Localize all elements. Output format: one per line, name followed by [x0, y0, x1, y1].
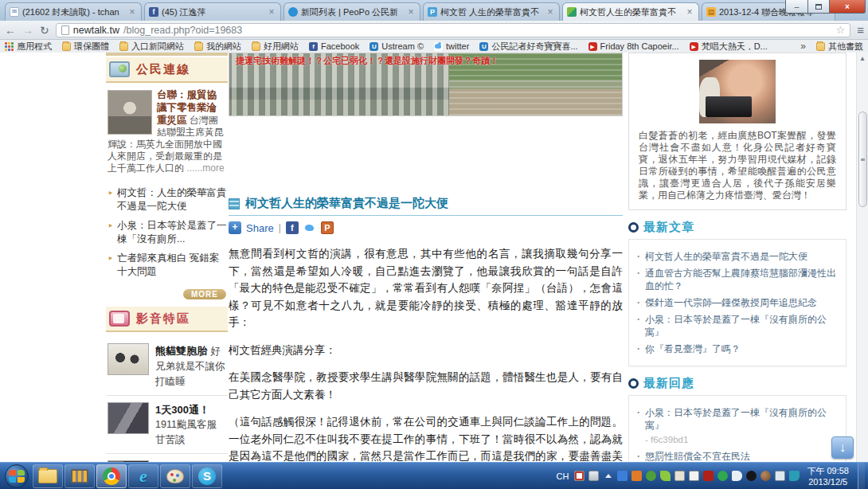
- tray-icon-green-circle[interactable]: [717, 471, 728, 481]
- tab-close-icon[interactable]: ×: [127, 7, 137, 17]
- article-link[interactable]: 小泉：日本等於是蓋了一棟『沒有廁所的公寓』: [637, 313, 838, 338]
- bookmark-folder-news[interactable]: 入口新聞網站: [119, 41, 184, 53]
- tray-icon-dark-round[interactable]: [746, 471, 757, 481]
- scrollbar-up-arrow[interactable]: ▲: [857, 53, 868, 65]
- video-item[interactable]: 老照片說故事 台中火力發電廠 世界電力界第一: [106, 453, 228, 462]
- start-button[interactable]: [5, 464, 29, 488]
- article-link[interactable]: 你『看見臺灣』了嗎？: [637, 342, 838, 355]
- article-link[interactable]: 柯文哲人生的榮華富貴不過是一陀大便: [637, 250, 838, 263]
- tray-icon-notepad[interactable]: [674, 471, 685, 481]
- tab-close-icon[interactable]: ×: [685, 7, 694, 17]
- tab-facebook[interactable]: f (45) 江逸萍 ×: [144, 2, 281, 21]
- scrollbar-thumb[interactable]: [858, 111, 867, 207]
- tray-icon-show-hidden[interactable]: [603, 471, 613, 481]
- video-title[interactable]: 1天300通！: [155, 404, 209, 416]
- bookmark-apps[interactable]: 應用程式: [5, 41, 52, 53]
- bookmark-label: 好用網站: [264, 41, 299, 53]
- headline-link[interactable]: 小泉：日本等於是蓋了一棟「沒有廁所...: [108, 219, 228, 246]
- video-thumbnail[interactable]: [108, 402, 149, 434]
- bookmark-label: Ustream ©: [381, 41, 424, 51]
- reply-link[interactable]: 小泉：日本等於是蓋了一棟『沒有廁所的公寓』- f6c39bd1: [637, 406, 838, 446]
- more-link[interactable]: ......more: [186, 162, 224, 174]
- dot-marker-icon: [637, 313, 640, 326]
- tray-icon-ime[interactable]: [574, 471, 585, 481]
- latest-replies-box: 小泉：日本等於是蓋了一棟『沒有廁所的公寓』- f6c39bd1 懲罰性賠償金不宜…: [628, 395, 846, 462]
- article-link[interactable]: 傑針道一代宗師—鍾傑教授周年追思紀念: [637, 296, 838, 309]
- tray-icon-green-leaf[interactable]: [660, 471, 671, 481]
- tray-icon-blue-app[interactable]: [617, 471, 628, 481]
- video-title[interactable]: 熊貓雙胞胎: [155, 345, 207, 357]
- video-thumbnail[interactable]: [108, 343, 149, 375]
- share-twitter-icon[interactable]: [303, 221, 316, 234]
- close-button[interactable]: ×: [830, 0, 866, 14]
- bookmarks-overflow-chevron[interactable]: »: [800, 41, 806, 52]
- movie-maker-icon: [71, 469, 88, 483]
- tray-icon-orange-app[interactable]: [631, 471, 642, 481]
- share-facebook-icon[interactable]: f: [286, 221, 299, 234]
- tray-icon-network[interactable]: [775, 471, 785, 481]
- share-plurk-icon[interactable]: P: [321, 221, 334, 234]
- article-link[interactable]: 通血管古方能否幫上農陣蔡培慧腦部瀰漫性出血的忙？: [637, 267, 838, 292]
- bookmark-capoeira[interactable]: ▶ Friday 8th Capoeir...: [588, 41, 679, 51]
- headline-link[interactable]: 柯文哲：人生的榮華富貴不過是一陀大便: [108, 186, 228, 213]
- taskbar-paint-button[interactable]: [160, 464, 190, 488]
- restore-button[interactable]: [808, 0, 830, 14]
- video-item[interactable]: 熊貓雙胞胎 好兄弟就是不讓你打瞌睡: [106, 337, 228, 395]
- addthis-plus-icon[interactable]: +: [229, 221, 241, 234]
- share-button[interactable]: Share: [246, 222, 274, 234]
- tray-icon-speaker[interactable]: [732, 471, 742, 481]
- taskbar-ie-button[interactable]: e: [128, 464, 158, 488]
- title-divider: [229, 215, 623, 216]
- youtube-icon: ▶: [690, 42, 698, 51]
- video-item[interactable]: 1天300通！ 1911颱風客服甘苦談: [106, 395, 228, 453]
- other-bookmarks[interactable]: 其他書籤: [816, 41, 863, 53]
- article-bullet-icon: [229, 198, 240, 209]
- taskbar-chrome-button[interactable]: [96, 464, 127, 488]
- bookmark-chant[interactable]: ▶ 梵唱大熱天，D...: [690, 41, 768, 53]
- taskbar-clock[interactable]: 下午 09:58 2013/12/5: [807, 465, 849, 487]
- tab-close-icon[interactable]: ×: [545, 7, 555, 17]
- show-desktop-button[interactable]: [858, 463, 865, 489]
- taskbar-skype-button[interactable]: S: [192, 464, 222, 488]
- back-button[interactable]: ←: [5, 25, 16, 36]
- bookmark-ustream[interactable]: U Ustream ©: [369, 41, 424, 51]
- tab-close-icon[interactable]: ×: [267, 7, 276, 17]
- bookmark-twitter[interactable]: twitter: [434, 41, 469, 51]
- header-banner-image[interactable]: 捷運宅技術難解謎！？公宅已弱化！？還是設施行財團開發？奇蹟！: [229, 53, 623, 116]
- civic-featured-news[interactable]: 台聯：服貿協議下零售業淪重災區 台灣團結聯盟主席黃昆輝說：馬英九全面開放中國人來…: [106, 83, 228, 178]
- bookmark-label: 應用程式: [17, 41, 52, 53]
- browser-scrollbar[interactable]: ▲: [856, 53, 868, 462]
- tray-icon-teal-app[interactable]: [789, 471, 800, 481]
- tab-mail[interactable]: ✉ (21602 封未讀取) - tchan ×: [5, 2, 142, 21]
- more-button[interactable]: MORE: [183, 289, 226, 299]
- tab-peopo-list[interactable]: 新聞列表 | PeoPo 公民新 ×: [283, 2, 420, 21]
- taskbar-moviemaker-button[interactable]: [65, 464, 95, 488]
- bookmark-folder-mysites[interactable]: 我的網站: [194, 41, 241, 53]
- tray-icon-keyboard[interactable]: [588, 471, 599, 481]
- bookmark-star-icon[interactable]: ☆: [836, 24, 846, 36]
- forward-button[interactable]: →: [22, 25, 33, 36]
- language-indicator[interactable]: CH: [557, 471, 569, 481]
- reply-link[interactable]: 懲罰性賠償金不宜在民法: [637, 450, 838, 462]
- tab-peopo-article[interactable]: P 柯文哲 人生的榮華富貴不 ×: [423, 2, 560, 21]
- minimize-button[interactable]: –: [785, 0, 808, 14]
- scroll-to-bottom-button[interactable]: ↓: [831, 436, 854, 459]
- document-icon: ▤: [706, 7, 716, 17]
- news-thumbnail[interactable]: [108, 90, 152, 135]
- tray-icon-ball[interactable]: [760, 471, 771, 481]
- tray-icon-green-check[interactable]: [646, 471, 656, 481]
- headline-link[interactable]: 亡者歸來真相白 冤錯案十大問題: [108, 252, 228, 279]
- tab-close-icon[interactable]: ×: [406, 7, 416, 17]
- taskbar-explorer-button[interactable]: [33, 464, 63, 488]
- tray-icon-flag[interactable]: [689, 471, 699, 481]
- address-bar[interactable]: newtalk.tw /blog_read.php?oid=19683 ☆: [56, 23, 851, 37]
- bookmark-facebook[interactable]: f Facebook: [309, 41, 359, 51]
- bookmark-folder-useful[interactable]: 好用網站: [252, 41, 299, 53]
- ustream-icon: U: [479, 42, 488, 51]
- chrome-menu-icon[interactable]: ≡: [857, 23, 863, 37]
- tab-newtalk-active[interactable]: 柯文哲人生的榮華富貴不 ×: [562, 2, 699, 21]
- bookmark-folder-env[interactable]: 環保團體: [62, 41, 109, 53]
- reload-button[interactable]: ↻: [40, 25, 49, 36]
- bookmark-citizen-reporter[interactable]: U 公民記者好奇寶寶喜...: [479, 41, 577, 53]
- tray-icon-red-plug[interactable]: [703, 471, 714, 481]
